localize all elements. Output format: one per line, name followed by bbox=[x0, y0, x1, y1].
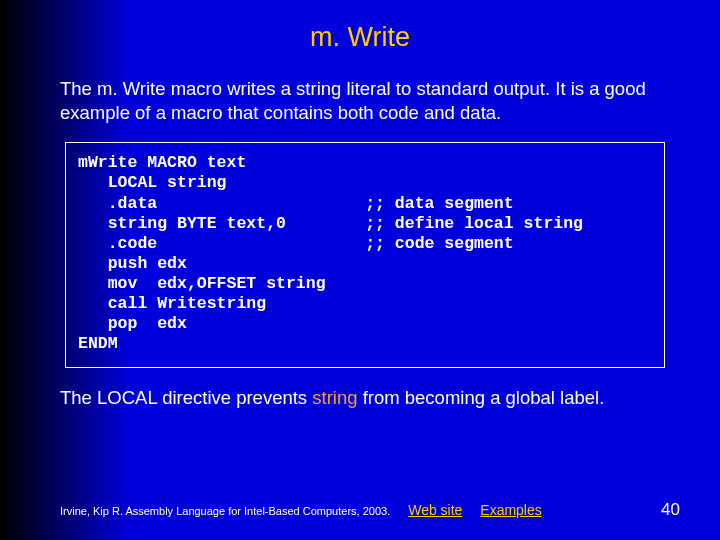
website-link[interactable]: Web site bbox=[408, 502, 462, 518]
slide-title: m. Write bbox=[0, 0, 720, 53]
footer-links: Web site Examples bbox=[408, 502, 556, 518]
note-post: from becoming a global label. bbox=[358, 387, 605, 408]
copyright-text: Irvine, Kip R. Assembly Language for Int… bbox=[60, 505, 390, 517]
code-block: mWrite MACRO text LOCAL string .data ;; … bbox=[65, 142, 665, 367]
examples-link[interactable]: Examples bbox=[480, 502, 541, 518]
note-pre: The LOCAL directive prevents bbox=[60, 387, 312, 408]
intro-text: The m. Write macro writes a string liter… bbox=[60, 77, 660, 124]
page-number: 40 bbox=[661, 500, 680, 520]
note-text: The LOCAL directive prevents string from… bbox=[60, 386, 660, 410]
footer: Irvine, Kip R. Assembly Language for Int… bbox=[60, 502, 680, 518]
note-keyword: string bbox=[312, 387, 357, 408]
